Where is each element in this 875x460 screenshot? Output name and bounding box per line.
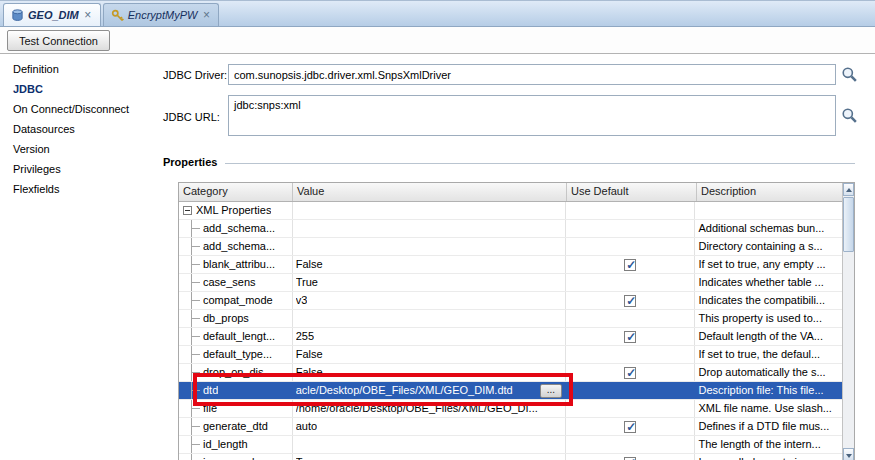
use-default-cell[interactable] bbox=[566, 418, 696, 435]
tab-geo-dim[interactable]: GEO_DIM bbox=[3, 3, 101, 26]
column-header-value[interactable]: Value bbox=[293, 183, 567, 201]
properties-section-header: Properties bbox=[163, 156, 855, 168]
checkbox-checked-icon[interactable] bbox=[624, 259, 636, 271]
table-row[interactable]: XML Properties bbox=[179, 202, 842, 220]
value-cell[interactable]: acle/Desktop/OBE_Files/XML/GEO_DIM.dtd..… bbox=[293, 382, 566, 399]
table-row[interactable]: default_lengt...255Default length of the… bbox=[179, 328, 842, 346]
value-cell[interactable] bbox=[293, 436, 566, 453]
value-cell[interactable] bbox=[293, 220, 566, 237]
value-cell[interactable]: False bbox=[293, 364, 566, 381]
description-cell: The length of the intern... bbox=[695, 436, 842, 453]
category-cell: id_length bbox=[179, 436, 293, 453]
checkbox-checked-icon[interactable] bbox=[624, 421, 636, 433]
sidebar-item-flexfields[interactable]: Flexfields bbox=[0, 179, 158, 199]
search-driver-icon[interactable] bbox=[841, 66, 858, 83]
table-row[interactable]: file/home/oracle/Desktop/OBE_Files/XML/G… bbox=[179, 400, 842, 418]
use-default-cell[interactable] bbox=[566, 346, 696, 363]
category-label: file bbox=[203, 400, 217, 417]
use-default-cell[interactable] bbox=[566, 454, 696, 460]
scrollbar-thumb[interactable] bbox=[843, 197, 854, 252]
table-row[interactable]: ignore_unkn...TrueIgnore all elements in… bbox=[179, 454, 842, 460]
sidebar-item-jdbc[interactable]: JDBC bbox=[0, 79, 158, 99]
description-cell: Defines if a DTD file mus... bbox=[695, 418, 842, 435]
browse-button[interactable]: ... bbox=[540, 384, 562, 398]
value-cell[interactable]: False bbox=[293, 256, 566, 273]
scroll-down-icon[interactable] bbox=[843, 448, 854, 460]
value-cell[interactable] bbox=[293, 202, 566, 219]
category-cell: db_props bbox=[179, 310, 293, 327]
sidebar-item-privileges[interactable]: Privileges bbox=[0, 159, 158, 179]
tree-connector-icon bbox=[182, 220, 203, 237]
description-cell: XML file name. Use slash... bbox=[695, 400, 842, 417]
use-default-cell[interactable] bbox=[566, 202, 696, 219]
jdbc-url-label: JDBC URL: bbox=[163, 111, 220, 123]
sidebar-item-version[interactable]: Version bbox=[0, 139, 158, 159]
use-default-cell[interactable] bbox=[566, 220, 696, 237]
jdbc-driver-label: JDBC Driver: bbox=[163, 69, 227, 81]
tree-connector-icon bbox=[182, 274, 203, 291]
table-row[interactable]: dtdacle/Desktop/OBE_Files/XML/GEO_DIM.dt… bbox=[179, 382, 842, 400]
value-cell[interactable]: /home/oracle/Desktop/OBE_Files/XML/GEO_D… bbox=[293, 400, 566, 417]
table-row[interactable]: blank_attribu...FalseIf set to true, any… bbox=[179, 256, 842, 274]
checkbox-checked-icon[interactable] bbox=[624, 367, 636, 379]
checkbox-checked-icon[interactable] bbox=[624, 331, 636, 343]
use-default-cell[interactable] bbox=[566, 364, 696, 381]
table-row[interactable]: case_sensTrueIndicates whether table ... bbox=[179, 274, 842, 292]
use-default-cell[interactable] bbox=[566, 256, 696, 273]
search-url-icon[interactable] bbox=[841, 107, 858, 124]
value-cell[interactable]: 255 bbox=[293, 328, 566, 345]
value-cell[interactable]: v3 bbox=[293, 292, 566, 309]
value-text: v3 bbox=[296, 292, 308, 309]
tree-connector-icon bbox=[182, 328, 203, 345]
use-default-cell[interactable] bbox=[566, 382, 696, 399]
jdbc-driver-input[interactable] bbox=[228, 64, 836, 85]
sidebar-item-on-connect-disconnect[interactable]: On Connect/Disconnect bbox=[0, 99, 158, 119]
value-cell[interactable] bbox=[293, 238, 566, 255]
use-default-cell[interactable] bbox=[566, 328, 696, 345]
value-cell[interactable]: True bbox=[293, 274, 566, 291]
table-row[interactable]: id_lengthThe length of the intern... bbox=[179, 436, 842, 454]
tree-connector-icon bbox=[182, 256, 203, 273]
properties-title: Properties bbox=[163, 156, 217, 168]
close-icon[interactable] bbox=[201, 9, 211, 21]
tree-connector-icon bbox=[182, 238, 203, 255]
sidebar-item-definition[interactable]: Definition bbox=[0, 59, 158, 79]
table-row[interactable]: add_schema...Additional schemas bun... bbox=[179, 220, 842, 238]
tree-connector-icon bbox=[182, 418, 203, 435]
use-default-cell[interactable] bbox=[566, 400, 696, 417]
tab-encryptmypw[interactable]: EncryptMyPW bbox=[103, 3, 220, 26]
tree-connector-icon bbox=[182, 364, 203, 381]
table-row[interactable]: add_schema...Directory containing a s... bbox=[179, 238, 842, 256]
close-icon[interactable] bbox=[83, 9, 93, 21]
use-default-cell[interactable] bbox=[566, 274, 696, 291]
description-cell: If set to true, the defaul... bbox=[695, 346, 842, 363]
table-row[interactable]: compat_modev3Indicates the compatibili..… bbox=[179, 292, 842, 310]
tree-collapse-icon[interactable] bbox=[183, 206, 192, 215]
value-cell[interactable]: False bbox=[293, 346, 566, 363]
category-cell: compat_mode bbox=[179, 292, 293, 309]
test-connection-button[interactable]: Test Connection bbox=[7, 30, 110, 51]
category-cell: XML Properties bbox=[179, 202, 293, 219]
use-default-cell[interactable] bbox=[566, 292, 696, 309]
use-default-cell[interactable] bbox=[566, 310, 696, 327]
tree-connector-icon bbox=[182, 454, 203, 460]
value-cell[interactable] bbox=[293, 310, 566, 327]
table-row[interactable]: db_propsThis property is used to... bbox=[179, 310, 842, 328]
category-cell: default_type... bbox=[179, 346, 293, 363]
column-header-description[interactable]: Description bbox=[697, 183, 844, 201]
column-header-use-default[interactable]: Use Default bbox=[567, 183, 697, 201]
table-row[interactable]: generate_dtdautoDefines if a DTD file mu… bbox=[179, 418, 842, 436]
value-cell[interactable]: auto bbox=[293, 418, 566, 435]
sidebar-item-datasources[interactable]: Datasources bbox=[0, 119, 158, 139]
vertical-scrollbar[interactable] bbox=[842, 183, 854, 460]
use-default-cell[interactable] bbox=[566, 238, 696, 255]
jdbc-url-input[interactable]: jdbc:snps:xml bbox=[228, 95, 836, 136]
table-row[interactable]: drop_on_dis...FalseDrop automatically th… bbox=[179, 364, 842, 382]
value-cell[interactable]: True bbox=[293, 454, 566, 460]
checkbox-checked-icon[interactable] bbox=[624, 457, 636, 460]
scroll-up-icon[interactable] bbox=[843, 183, 854, 196]
table-row[interactable]: default_type...FalseIf set to true, the … bbox=[179, 346, 842, 364]
use-default-cell[interactable] bbox=[566, 436, 696, 453]
column-header-category[interactable]: Category bbox=[179, 183, 293, 201]
checkbox-checked-icon[interactable] bbox=[624, 295, 636, 307]
